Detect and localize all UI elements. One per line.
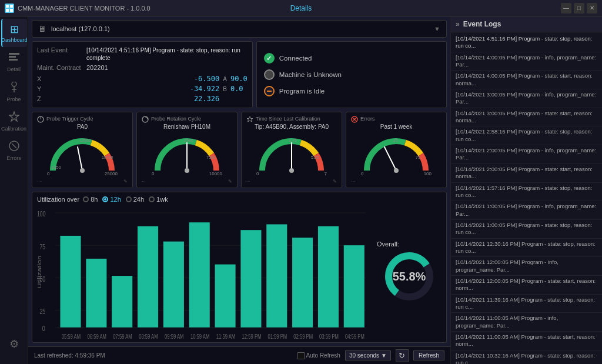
program-status: Program is Idle — [264, 86, 439, 96]
errors-gauge-subtitle: Past 1 week — [380, 123, 412, 130]
calibration-subtitle: Tip: A45B90, Assembly: PA0 — [255, 123, 329, 130]
event-log-item[interactable]: [10/14/2021 11:00:05 AM] Program - info,… — [451, 313, 602, 332]
maint-contract-row: Maint. Contract 202201 — [37, 64, 248, 71]
title-bar-left: CMM-MANAGER CLIENT MONITOR - 1.0.0.0 — [5, 4, 150, 13]
event-log-item[interactable]: [10/14/2021 4:00:05 PM] Program - info, … — [451, 52, 602, 71]
probe-rotation-labels: 0 10000 — [152, 171, 222, 176]
bar-4 — [163, 241, 184, 327]
interval-dropdown[interactable]: 30 seconds ▼ — [345, 350, 391, 360]
machine-dot — [264, 69, 275, 80]
event-log-item[interactable]: [10/14/2021 2:00:05 PM] Program - info, … — [451, 145, 602, 164]
sidebar-item-dashboard[interactable]: ⊞ Dashboard — [1, 19, 27, 47]
probe-rotation-subtitle: Renishaw PH10M — [163, 123, 210, 130]
svg-text:07:59 AM: 07:59 AM — [113, 332, 132, 339]
event-log-item[interactable]: [10/14/2021 1:57:16 PM] Program - state:… — [451, 183, 602, 202]
sidebar-item-settings[interactable]: ⚙ — [1, 330, 27, 358]
refresh-button[interactable]: Refresh — [413, 350, 444, 360]
refresh-icon-button[interactable]: ↻ — [396, 349, 409, 362]
edit-icon[interactable]: ✎ — [123, 179, 128, 184]
event-logs-list[interactable]: [10/14/2021 4:51:16 PM] Program - state:… — [451, 32, 602, 364]
maint-label: Maint. Contract — [37, 64, 84, 71]
event-log-item[interactable]: [10/14/2021 12:00:05 PM] Program - info,… — [451, 257, 602, 276]
event-log-item[interactable]: [10/14/2021 11:00:05 AM] Program - state… — [451, 332, 602, 350]
svg-rect-1 — [10, 5, 13, 8]
y-value: -34.922 — [52, 85, 219, 93]
calibration-title: Time Since Last Calibration — [256, 116, 320, 122]
event-log-item[interactable]: [10/14/2021 1:00:05 PM] Program - info, … — [451, 201, 602, 220]
machine-name: localhost (127.0.0.1) — [51, 25, 110, 32]
overall-label: Overall: — [377, 241, 399, 248]
maint-value: 202201 — [86, 64, 108, 71]
event-log-item[interactable]: [10/14/2021 1:00:05 PM] Program - state:… — [451, 220, 602, 239]
radio-12h[interactable]: 12h — [102, 196, 121, 203]
sidebar-bottom: ⚙ — [1, 330, 27, 364]
donut-container: 55.8% — [383, 250, 436, 303]
sidebar-label-probe: Probe — [6, 96, 21, 102]
bar-10 — [318, 226, 339, 328]
dashboard-icon: ⊞ — [10, 23, 19, 36]
sidebar-item-probe[interactable]: Probe — [1, 78, 27, 106]
bar-1 — [86, 259, 106, 328]
sidebar-item-errors[interactable]: Errors — [1, 136, 27, 165]
errors-icon — [9, 141, 19, 154]
sidebar-item-detail[interactable]: Detail — [1, 48, 27, 76]
edit-icon-3[interactable]: ✎ — [333, 179, 337, 184]
radio-1wk[interactable]: 1wk — [149, 196, 168, 203]
calibration-time-icon — [246, 116, 253, 123]
svg-text:100: 100 — [37, 210, 46, 218]
chart-area: 100 75 50 25 0 — [37, 205, 372, 339]
info-panel: Last Event [10/14/2021 4:51:16 PM] Progr… — [32, 41, 253, 108]
event-log-item[interactable]: [10/14/2021 10:32:16 AM] Program - state… — [451, 350, 602, 364]
maximize-button[interactable]: □ — [574, 3, 584, 14]
a-value: 90.0 — [230, 75, 248, 83]
svg-text:7500: 7500 — [206, 155, 216, 159]
svg-text:06:59 AM: 06:59 AM — [88, 332, 106, 339]
event-log-item[interactable]: [10/14/2021 2:58:16 PM] Program - state:… — [451, 126, 602, 145]
connected-label: Connected — [279, 55, 312, 62]
svg-text:02:59 PM: 02:59 PM — [293, 332, 313, 339]
bar-7 — [240, 230, 261, 328]
errors-gauge-title: Errors — [360, 116, 375, 122]
sidebar-label-errors: Errors — [6, 155, 21, 161]
event-log-item[interactable]: [10/14/2021 3:00:05 PM] Program - info, … — [451, 89, 602, 108]
minimize-button[interactable]: — — [561, 3, 571, 14]
overall-value: 55.8% — [393, 270, 426, 283]
bar-9 — [292, 238, 313, 328]
probe-trigger-labels: 0 25000 — [47, 171, 118, 176]
edit-icon-2[interactable]: ✎ — [228, 179, 232, 184]
svg-text:0: 0 — [42, 324, 45, 332]
settings-icon: ⚙ — [9, 338, 19, 350]
machine-unknown-label: Machine is Unknown — [279, 71, 342, 78]
auto-refresh-checkbox[interactable]: Auto Refresh — [297, 352, 340, 359]
connected-status: Connected — [264, 53, 439, 64]
svg-text:12500: 12500 — [79, 138, 91, 142]
radio-8h[interactable]: 8h — [83, 196, 98, 203]
z-value: 22.326 — [52, 95, 219, 103]
program-dot — [264, 86, 275, 96]
status-panel: Connected Machine is Unknown Program is … — [256, 41, 447, 108]
event-log-item[interactable]: [10/14/2021 12:30:16 PM] Program - state… — [451, 239, 602, 258]
calibration-labels: 0 7 — [256, 171, 327, 176]
radio-24h-label: 24h — [133, 196, 144, 203]
close-button[interactable]: ✕ — [587, 3, 597, 14]
svg-rect-5 — [9, 56, 16, 58]
event-log-item[interactable]: [10/14/2021 4:51:16 PM] Program - state:… — [451, 34, 602, 52]
event-log-item[interactable]: [10/14/2021 4:00:05 PM] Program - state:… — [451, 71, 602, 89]
event-log-item[interactable]: [10/14/2021 12:00:05 PM] Program - state… — [451, 276, 602, 295]
machine-selector-left: 🖥 localhost (127.0.0.1) — [38, 24, 110, 34]
machine-selector[interactable]: 🖥 localhost (127.0.0.1) ▼ — [32, 20, 447, 38]
sidebar-label-detail: Detail — [7, 66, 21, 72]
x-value: -6.500 — [52, 75, 219, 83]
event-log-item[interactable]: [10/14/2021 2:00:05 PM] Program - state:… — [451, 164, 602, 183]
coords-grid: X -6.500 A 90.0 Y -34.922 B 0.0 Z 22.326 — [37, 75, 248, 103]
event-logs-title: Event Logs — [463, 20, 501, 28]
event-log-item[interactable]: [10/14/2021 11:39:16 AM] Program - state… — [451, 295, 602, 313]
event-log-item[interactable]: [10/14/2021 3:00:05 PM] Program - state:… — [451, 108, 602, 127]
program-idle-label: Program is Idle — [279, 88, 325, 95]
radio-24h[interactable]: 24h — [126, 196, 144, 203]
dropdown-chevron-icon: ▼ — [381, 352, 387, 359]
errors-footer: ··· — [351, 179, 442, 184]
sidebar-item-calibration[interactable]: Calibration — [1, 107, 27, 135]
overall-panel: Overall: 55.8% — [377, 205, 442, 339]
svg-text:09:59 AM: 09:59 AM — [165, 332, 183, 339]
